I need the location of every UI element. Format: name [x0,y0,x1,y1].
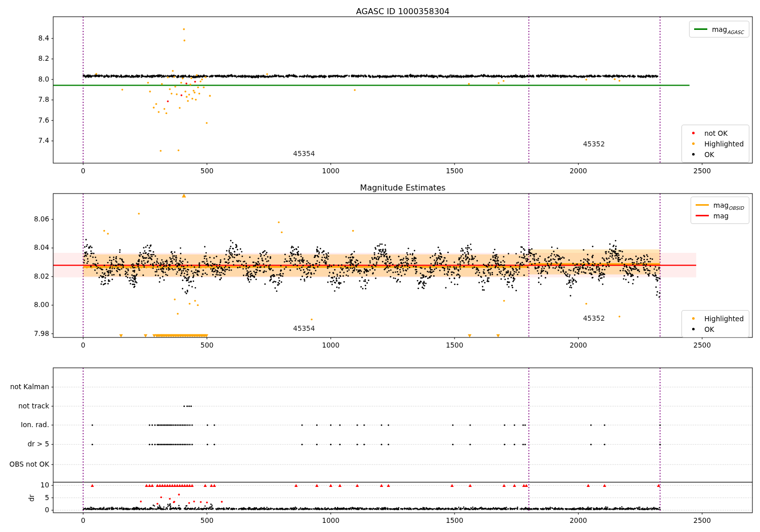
y-tick-label: 7.6 [39,117,49,124]
legend-label: magOBSID [713,201,744,209]
obsid-annotation: 45354 [293,325,315,332]
panel2-title: Magnitude Estimates [360,183,446,193]
y-tick-label: 8.4 [39,35,49,42]
legend-entry: not OK [686,128,744,138]
flag-row-label: not track [18,403,49,410]
y-tick-label: 8.2 [39,56,49,63]
x-tick-label: 500 [201,168,214,175]
legend-dot-marker [686,328,700,330]
legend: not OKHighlightedOK [681,125,749,163]
y-tick-label: 8.04 [34,245,49,252]
legend-entry: OK [686,149,744,160]
legend-dot-marker [686,153,700,156]
obsid-annotation: 45352 [583,141,605,148]
x-tick-label: 2000 [569,168,587,175]
legend-label: Highlighted [704,315,744,323]
legend-entry: magOBSID [695,200,744,210]
y-tick-label: 8.0 [39,76,49,83]
legend-entry: Highlighted [686,313,744,324]
x-tick-label: 500 [201,517,214,524]
legend-label: OK [704,150,714,159]
flag-row-label: dr > 5 [27,441,49,448]
y-tick-label: 7.4 [39,137,49,144]
flag-row-label: Ion. rad. [21,422,49,429]
y-tick-label: 7.8 [39,96,49,103]
legend-entry: Highlighted [686,138,744,149]
y-tick-label: 8.06 [34,216,49,223]
x-tick-label: 0 [81,342,86,349]
obsid-annotation: 45352 [583,315,605,322]
legend-line-marker [694,28,708,30]
legend-line-marker [695,204,709,206]
x-tick-label: 2000 [569,517,587,524]
legend: magOBSIDmag [691,197,749,224]
legend-label: not OK [704,129,728,137]
dr-axis-label: dr [28,494,35,501]
legend-entry: OK [686,324,744,334]
x-tick-label: 1000 [322,168,339,175]
flag-row-label: OBS not OK [10,461,49,468]
panel1-title: AGASC ID 1000358304 [356,7,449,16]
obsid-annotation: 45354 [293,151,315,158]
x-tick-label: 0 [81,517,86,524]
flag-row-label: not Kalman [10,384,49,391]
x-tick-label: 2500 [694,342,711,349]
legend-label: mag [713,212,729,220]
figure-agasc-magnitude-plots: AGASC ID 1000358304 Magnitude Estimates … [0,0,760,532]
y-tick-label: 8.00 [34,302,49,309]
legend-line-marker [695,215,709,216]
y-tick-label: 8.02 [34,273,49,280]
legend-label: OK [704,325,714,333]
dr-tick-label: 5 [45,495,49,502]
x-tick-label: 500 [201,342,214,349]
legend-entry: mag [695,210,744,221]
x-tick-label: 1500 [446,517,463,524]
legend-label: magAGASC [712,25,744,33]
x-tick-label: 1000 [322,517,339,524]
legend-dot-marker [686,132,700,134]
x-tick-label: 0 [81,168,86,175]
legend-dot-marker [686,142,700,145]
x-tick-label: 2500 [694,517,711,524]
legend: magAGASC [689,21,749,37]
x-tick-label: 1000 [322,342,339,349]
x-tick-label: 1500 [446,168,463,175]
x-tick-label: 2000 [569,342,587,349]
y-tick-label: 7.98 [34,330,49,337]
plots-canvas [0,0,760,532]
x-tick-label: 2500 [694,168,711,175]
legend-label: Highlighted [704,140,744,148]
legend: HighlightedOK [681,310,749,337]
dr-tick-label: 10 [41,482,49,489]
dr-tick-label: 0 [45,507,49,514]
legend-entry: magAGASC [694,24,744,34]
x-tick-label: 1500 [446,342,463,349]
legend-dot-marker [686,317,700,320]
